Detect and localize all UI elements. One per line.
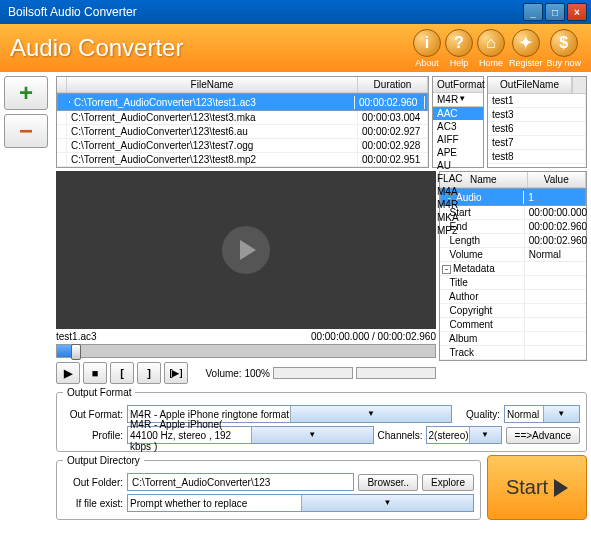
property-row[interactable]: -Metadata <box>440 262 586 276</box>
header-buy-now-button[interactable]: $Buy now <box>546 29 581 68</box>
window-title: Boilsoft Audio Converter <box>4 5 523 19</box>
format-option[interactable]: MKA <box>433 211 483 224</box>
format-option[interactable]: MP2 <box>433 224 483 237</box>
if-exist-label: If file exist: <box>63 498 123 509</box>
about-icon: i <box>413 29 441 57</box>
mark-out-button[interactable]: ] <box>137 362 161 384</box>
out-format-label: Out Format: <box>63 409 123 420</box>
home-icon: ⌂ <box>477 29 505 57</box>
advance-button[interactable]: ==>Advance <box>506 427 580 444</box>
outformat-select[interactable]: M4R▼ <box>433 93 483 107</box>
buy now-icon: $ <box>550 29 578 57</box>
file-table[interactable]: FileName Duration C:\Torrent_AudioConver… <box>56 76 429 168</box>
chevron-down-icon: ▼ <box>251 427 373 443</box>
play-button[interactable]: ▶ <box>56 362 80 384</box>
format-option[interactable]: M4A <box>433 185 483 198</box>
maximize-button[interactable]: □ <box>545 3 565 21</box>
trim-slider[interactable] <box>356 367 436 379</box>
browse-button[interactable]: Browser.. <box>358 474 418 491</box>
stop-button[interactable]: ■ <box>83 362 107 384</box>
seek-slider[interactable] <box>56 344 436 358</box>
file-row[interactable]: C:\Torrent_AudioConverter\123\test1.ac30… <box>57 93 428 111</box>
header-help-button[interactable]: ?Help <box>445 29 473 68</box>
outformat-column[interactable]: OutFormat M4R▼ AACAC3AIFFAPEAUFLACM4AM4R… <box>432 76 484 168</box>
header-about-button[interactable]: iAbout <box>413 29 441 68</box>
titlebar[interactable]: Boilsoft Audio Converter _ □ × <box>0 0 591 24</box>
profile-select[interactable]: M4R - Apple iPhone( 44100 Hz, stereo , 1… <box>127 426 374 444</box>
mark-clip-button[interactable]: [▶] <box>164 362 188 384</box>
chevron-down-icon: ▼ <box>458 94 479 105</box>
outfilename-column[interactable]: OutFileName test1test3test6test7test8 <box>487 76 587 168</box>
channels-label: Channels: <box>378 430 422 441</box>
output-directory-group: Output Directory Out Folder: Browser.. E… <box>56 455 481 520</box>
start-button[interactable]: Start <box>487 455 587 520</box>
app-title: Audio Converter <box>10 34 413 62</box>
video-preview <box>56 171 436 329</box>
explore-button[interactable]: Explore <box>422 474 474 491</box>
current-file-label: test1.ac3 <box>56 331 311 342</box>
mark-in-button[interactable]: [ <box>110 362 134 384</box>
property-row[interactable]: Track <box>440 346 586 360</box>
play-icon <box>554 479 568 497</box>
scrollbar[interactable] <box>572 77 586 93</box>
slider-thumb[interactable] <box>71 344 81 360</box>
property-row[interactable]: Comment <box>440 318 586 332</box>
format-option[interactable]: AAC <box>433 107 483 120</box>
outfilename-row[interactable]: test6 <box>488 122 586 136</box>
add-file-button[interactable]: + <box>4 76 48 110</box>
col-prop-value[interactable]: Value <box>528 172 586 187</box>
property-row[interactable]: Copyright <box>440 304 586 318</box>
file-row[interactable]: C:\Torrent_AudioConverter\123\test6.au00… <box>57 125 428 139</box>
outfilename-row[interactable]: test3 <box>488 108 586 122</box>
play-overlay-button[interactable] <box>222 226 270 274</box>
col-filename[interactable]: FileName <box>67 77 358 92</box>
format-option[interactable]: AIFF <box>433 133 483 146</box>
out-folder-input[interactable] <box>127 473 354 491</box>
header-home-button[interactable]: ⌂Home <box>477 29 505 68</box>
play-icon <box>240 240 256 260</box>
volume-label: Volume: 100% <box>206 368 271 379</box>
header-register-button[interactable]: ✦Register <box>509 29 543 68</box>
register-icon: ✦ <box>512 29 540 57</box>
out-folder-label: Out Folder: <box>63 477 123 488</box>
close-button[interactable]: × <box>567 3 587 21</box>
chevron-down-icon: ▼ <box>301 495 473 511</box>
outfilename-row[interactable]: test7 <box>488 136 586 150</box>
file-row[interactable]: C:\Torrent_AudioConverter\123\test8.mp20… <box>57 153 428 167</box>
volume-slider[interactable] <box>273 367 353 379</box>
quality-select[interactable]: Normal▼ <box>504 405 580 423</box>
chevron-down-icon: ▼ <box>290 406 451 422</box>
time-label: 00:00:00.000 / 00:00:02.960 <box>311 331 436 342</box>
channels-select[interactable]: 2(stereo)▼ <box>426 426 502 444</box>
property-row[interactable]: Title <box>440 276 586 290</box>
remove-file-button[interactable]: − <box>4 114 48 148</box>
format-option[interactable]: M4R <box>433 198 483 211</box>
property-row[interactable]: Author <box>440 290 586 304</box>
outfilename-row[interactable]: test8 <box>488 150 586 164</box>
if-exist-select[interactable]: Prompt whether to replace▼ <box>127 494 474 512</box>
col-duration[interactable]: Duration <box>358 77 428 92</box>
format-option[interactable]: APE <box>433 146 483 159</box>
profile-label: Profile: <box>63 430 123 441</box>
file-row[interactable]: C:\Torrent_AudioConverter\123\test3.mka0… <box>57 111 428 125</box>
format-option[interactable]: FLAC <box>433 172 483 185</box>
app-header: Audio Converter iAbout?Help⌂Home✦Registe… <box>0 24 591 72</box>
quality-label: Quality: <box>456 409 500 420</box>
format-option[interactable]: AU <box>433 159 483 172</box>
file-row[interactable]: C:\Torrent_AudioConverter\123\test7.ogg0… <box>57 139 428 153</box>
property-row[interactable]: Album <box>440 332 586 346</box>
output-format-group: Output Format Out Format: M4R - Apple iP… <box>56 387 587 452</box>
expand-icon[interactable]: - <box>442 265 451 274</box>
help-icon: ? <box>445 29 473 57</box>
format-option[interactable]: AC3 <box>433 120 483 133</box>
property-row[interactable]: VolumeNormal <box>440 248 586 262</box>
chevron-down-icon: ▼ <box>543 406 580 422</box>
outfilename-row[interactable]: test1 <box>488 94 586 108</box>
chevron-down-icon: ▼ <box>469 427 501 443</box>
minimize-button[interactable]: _ <box>523 3 543 21</box>
